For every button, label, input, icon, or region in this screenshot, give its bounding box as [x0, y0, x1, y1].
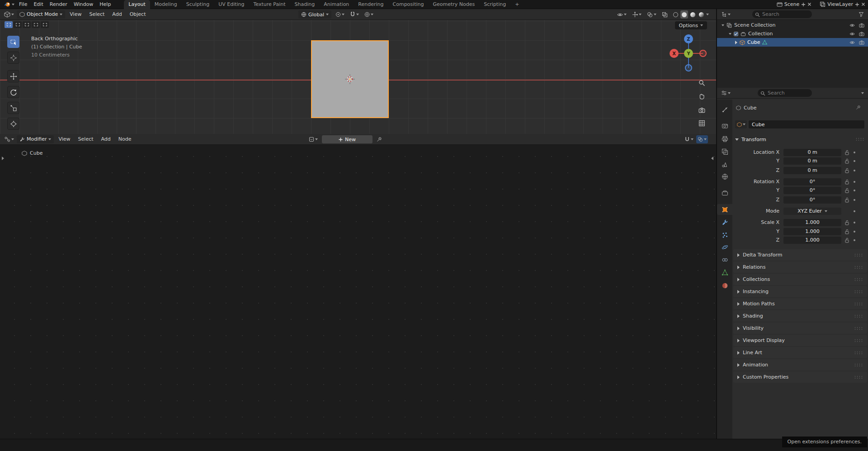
select-mode-new[interactable] — [5, 21, 13, 28]
panel-collections[interactable]: Collections — [733, 274, 867, 285]
animate-dot[interactable] — [854, 160, 855, 162]
animate-dot[interactable] — [854, 190, 855, 191]
search-input[interactable] — [752, 10, 812, 18]
scale-x-field[interactable]: 1.000 — [783, 219, 841, 226]
tab-output[interactable] — [719, 133, 731, 144]
tab-texture-paint[interactable]: Texture Paint — [249, 0, 290, 9]
panel-drag-grip[interactable] — [854, 363, 863, 367]
panel-viewport-display[interactable]: Viewport Display — [733, 335, 867, 346]
viewport-menu-view[interactable]: View — [66, 10, 85, 19]
tab-scripting[interactable]: Scripting — [479, 0, 510, 9]
outliner-row-collection[interactable]: Collection — [717, 29, 868, 38]
scale-y-field[interactable]: 1.000 — [783, 228, 841, 235]
tab-modeling[interactable]: Modeling — [150, 0, 182, 9]
tab-physics[interactable] — [719, 242, 731, 252]
outliner-row-scene-collection[interactable]: Scene Collection — [717, 21, 868, 29]
panel-drag-grip[interactable] — [854, 302, 863, 306]
outliner-row-cube[interactable]: Cube — [717, 38, 868, 47]
snapping-toggle[interactable] — [683, 135, 695, 143]
gizmo-y-positive[interactable]: Y — [684, 49, 693, 58]
select-mode-extend[interactable] — [14, 21, 22, 28]
pin-button[interactable] — [375, 135, 383, 143]
shading-wireframe-button[interactable] — [672, 10, 679, 19]
tool-transform[interactable] — [7, 118, 19, 130]
tab-animation[interactable]: Animation — [319, 0, 354, 9]
lock-icon[interactable] — [845, 179, 849, 185]
location-z-field[interactable]: 0 m — [783, 167, 841, 174]
show-gizmo-dropdown[interactable] — [631, 10, 643, 19]
gizmo-x-positive[interactable]: X — [670, 49, 679, 58]
lock-icon[interactable] — [845, 168, 849, 173]
hide-eye-icon[interactable] — [849, 40, 855, 45]
unlink-scene-icon[interactable] — [807, 2, 811, 6]
scale-z-field[interactable]: 1.000 — [783, 237, 841, 244]
panel-relations[interactable]: Relations — [733, 261, 867, 273]
tab-geometry-nodes[interactable]: Geometry Nodes — [428, 0, 479, 9]
object-browse-button[interactable] — [735, 120, 747, 128]
pan-hand-button[interactable] — [697, 92, 706, 101]
show-overlays-dropdown[interactable] — [646, 10, 658, 19]
rotation-x-field[interactable]: 0° — [783, 178, 841, 185]
tab-layout[interactable]: Layout — [124, 0, 150, 9]
panel-drag-grip[interactable] — [854, 327, 863, 330]
tool-rotate[interactable] — [7, 86, 19, 98]
render-camera-icon[interactable] — [859, 23, 864, 28]
lock-icon[interactable] — [845, 197, 849, 203]
object-name-field[interactable] — [749, 120, 864, 128]
new-view-layer-icon[interactable] — [855, 2, 859, 7]
node-menu-add[interactable]: Add — [98, 135, 114, 144]
animate-dot[interactable] — [854, 239, 855, 241]
location-x-field[interactable]: 0 m — [783, 149, 841, 156]
editor-type-button[interactable] — [720, 10, 732, 19]
lock-icon[interactable] — [845, 237, 849, 243]
new-scene-icon[interactable] — [801, 2, 806, 7]
tab-tool[interactable] — [719, 104, 731, 115]
shading-solid-button[interactable] — [680, 10, 688, 19]
select-mode-intersect[interactable] — [41, 21, 49, 28]
tool-scale[interactable] — [7, 102, 19, 114]
view-layer-selector[interactable]: ViewLayer — [820, 1, 865, 7]
render-camera-icon[interactable] — [859, 31, 864, 37]
zoom-button[interactable] — [697, 78, 706, 87]
animate-dot[interactable] — [854, 210, 855, 212]
panel-drag-grip[interactable] — [854, 375, 863, 379]
tab-render[interactable] — [719, 120, 731, 131]
scene-selector[interactable]: Scene — [777, 1, 812, 7]
menu-file[interactable]: File — [16, 0, 30, 9]
panel-motion-paths[interactable]: Motion Paths — [733, 298, 867, 309]
gizmo-x-negative[interactable] — [699, 50, 707, 57]
tab-world[interactable] — [719, 171, 731, 182]
animate-dot[interactable] — [854, 199, 855, 201]
animate-dot[interactable] — [854, 152, 855, 153]
menu-window[interactable]: Window — [71, 0, 96, 9]
select-mode-invert[interactable] — [32, 21, 40, 28]
tab-shading[interactable]: Shading — [290, 0, 320, 9]
lock-icon[interactable] — [845, 188, 849, 193]
tab-uv-editing[interactable]: UV Editing — [214, 0, 249, 9]
panel-drag-grip[interactable] — [854, 290, 863, 294]
menu-help[interactable]: Help — [96, 0, 114, 9]
pin-icon[interactable] — [856, 105, 861, 110]
disclosure-chevron[interactable] — [722, 24, 724, 26]
panel-drag-grip[interactable] — [854, 278, 863, 281]
animate-dot[interactable] — [854, 231, 855, 233]
lock-icon[interactable] — [845, 220, 849, 225]
menu-render[interactable]: Render — [47, 0, 71, 9]
animate-dot[interactable] — [854, 170, 855, 171]
location-y-field[interactable]: 0 m — [783, 157, 841, 165]
panel-drag-grip[interactable] — [854, 339, 863, 342]
editor-type-button[interactable] — [3, 135, 15, 143]
menu-edit[interactable]: Edit — [30, 0, 46, 9]
tab-collection[interactable] — [719, 187, 731, 198]
lock-icon[interactable] — [845, 158, 849, 164]
select-mode-subtract[interactable] — [23, 21, 31, 28]
viewport-menu-add[interactable]: Add — [109, 10, 125, 19]
object-visibility-dropdown[interactable] — [616, 10, 628, 19]
render-camera-icon[interactable] — [859, 40, 864, 45]
disclosure-chevron[interactable] — [729, 33, 731, 35]
panel-drag-grip[interactable] — [854, 314, 863, 318]
sidebar-toggle-arrow-right[interactable] — [711, 156, 713, 161]
tool-select-box[interactable] — [7, 36, 19, 48]
camera-view-button[interactable] — [697, 105, 706, 114]
proportional-editing-toggle[interactable] — [363, 10, 375, 19]
